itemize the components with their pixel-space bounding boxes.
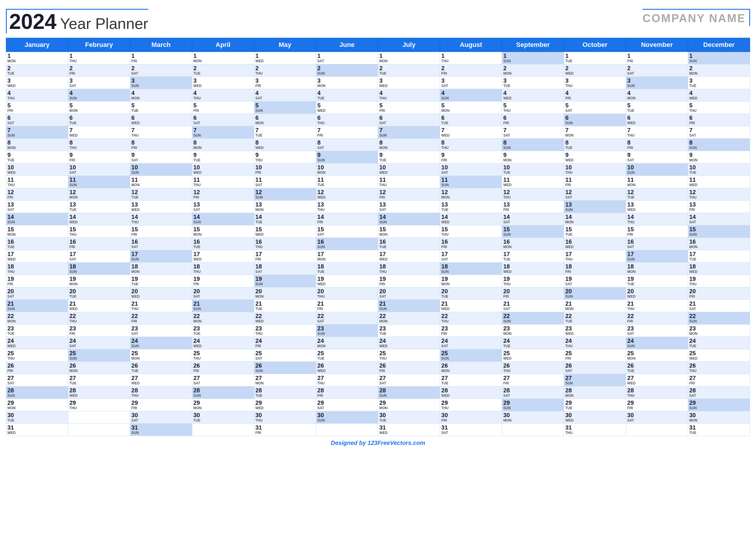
day-number: 20 xyxy=(69,288,129,294)
day-number: 17 xyxy=(7,251,67,257)
calendar-cell: 2TUE xyxy=(378,64,440,77)
day-name: SAT xyxy=(69,344,129,348)
day-name: FRI xyxy=(379,109,439,113)
day-name: THU xyxy=(627,220,687,224)
day-name: WED xyxy=(627,294,687,298)
calendar-cell: 25MON xyxy=(130,349,192,362)
day-number: 27 xyxy=(379,375,439,381)
day-number: 15 xyxy=(565,226,625,233)
day-number: 13 xyxy=(256,201,315,208)
day-name: WED xyxy=(131,294,191,298)
calendar-cell: 25SUN xyxy=(68,349,130,362)
calendar-cell: 23SAT xyxy=(626,324,688,337)
calendar-cell: 11TUE xyxy=(316,176,378,188)
calendar-cell: 6SUN xyxy=(564,114,626,126)
calendar-cell: 3SUN xyxy=(130,77,192,89)
calendar-cell: 10WED xyxy=(6,164,68,176)
day-number: 1 xyxy=(441,53,500,59)
day-number: 6 xyxy=(441,114,500,121)
calendar-row: 22MON22THU22FRI22MON22WED22SAT22MON22THU… xyxy=(6,312,750,324)
day-number: 2 xyxy=(627,65,687,71)
day-number: 24 xyxy=(193,338,253,344)
day-name: MON xyxy=(69,369,129,373)
title-section: 2024 Year Planner xyxy=(6,9,148,33)
calendar-cell: 9TUE xyxy=(378,151,440,164)
calendar-cell: 29MON xyxy=(6,399,68,411)
calendar-cell: 10SUN xyxy=(626,164,688,176)
day-number: 25 xyxy=(69,350,129,356)
day-number: 11 xyxy=(69,176,129,183)
month-header-august: August xyxy=(440,38,502,52)
day-name: TUE xyxy=(69,381,129,385)
day-name: TUE xyxy=(69,121,129,125)
footer: Designed by 123FreeVectors.com xyxy=(6,440,750,446)
calendar-cell: 13SUN xyxy=(564,201,626,213)
calendar-cell: 17TUE xyxy=(502,250,564,263)
day-name: FRI xyxy=(441,332,500,336)
calendar-cell: 4SUN xyxy=(68,89,130,101)
day-number: 26 xyxy=(131,362,191,369)
calendar-cell: 30FRI xyxy=(440,411,502,424)
day-number: 29 xyxy=(689,399,749,406)
day-number: 30 xyxy=(441,412,500,418)
day-name: FRI xyxy=(256,170,315,175)
day-number: 30 xyxy=(565,412,625,418)
day-name: TUE xyxy=(627,282,687,286)
calendar-cell: 22SUN xyxy=(688,312,750,324)
day-number: 29 xyxy=(7,399,67,406)
calendar-row: 30TUE30SAT30TUE30THU30SUN30TUE30FRI30MON… xyxy=(6,411,750,424)
day-number: 21 xyxy=(317,300,377,307)
day-name: MON xyxy=(317,170,377,175)
day-name: THU xyxy=(317,381,377,385)
day-number: 30 xyxy=(627,412,687,418)
calendar-cell: 7TUE xyxy=(254,126,316,139)
day-name: FRI xyxy=(69,158,129,162)
day-number: 25 xyxy=(317,350,377,356)
month-header-november: November xyxy=(626,38,688,52)
day-number: 28 xyxy=(193,387,253,394)
day-name: SAT xyxy=(503,394,563,398)
day-number: 9 xyxy=(565,152,625,158)
day-name: TUE xyxy=(441,294,500,298)
day-number: 28 xyxy=(131,387,191,394)
calendar-cell: 29TUE xyxy=(564,399,626,411)
day-number: 18 xyxy=(317,263,377,270)
day-number: 19 xyxy=(441,276,500,282)
day-name: FRI xyxy=(256,344,315,348)
day-number: 22 xyxy=(503,313,563,319)
day-number: 9 xyxy=(317,152,377,158)
day-number: 23 xyxy=(379,325,439,332)
calendar-cell: 20WED xyxy=(626,287,688,300)
calendar-cell: 8SUN xyxy=(688,139,750,151)
day-number: 7 xyxy=(7,127,67,133)
day-name: SAT xyxy=(379,381,439,385)
day-number: 11 xyxy=(627,176,687,183)
day-name: THU xyxy=(7,270,67,274)
calendar-cell: 11THU xyxy=(6,176,68,188)
day-name: SUN xyxy=(69,356,129,361)
calendar-cell: 25SAT xyxy=(254,349,316,362)
calendar-cell: 26FRI xyxy=(192,362,254,374)
day-name: TUE xyxy=(689,170,749,175)
calendar-cell: 30MON xyxy=(502,411,564,424)
day-number: 6 xyxy=(69,114,129,121)
day-name: WED xyxy=(69,133,129,138)
day-number: 12 xyxy=(193,189,253,195)
day-name: FRI xyxy=(193,369,253,373)
calendar-cell: 1THU xyxy=(440,52,502,64)
day-number: 8 xyxy=(441,139,500,146)
day-name: MON xyxy=(193,59,253,63)
calendar-cell: 16FRI xyxy=(440,238,502,250)
month-header-may: May xyxy=(254,38,316,52)
day-name: THU xyxy=(131,307,191,311)
calendar-cell: 4MON xyxy=(626,89,688,101)
calendar-cell: 19THU xyxy=(502,275,564,287)
calendar-cell: 27THU xyxy=(316,374,378,387)
day-name: FRI xyxy=(503,294,563,298)
day-number: 24 xyxy=(131,338,191,344)
day-number: 17 xyxy=(627,251,687,257)
calendar-cell: 17SAT xyxy=(68,250,130,263)
calendar-cell: 12FRI xyxy=(192,188,254,201)
calendar-cell: 5THU xyxy=(688,101,750,114)
calendar-cell: 22FRI xyxy=(130,312,192,324)
